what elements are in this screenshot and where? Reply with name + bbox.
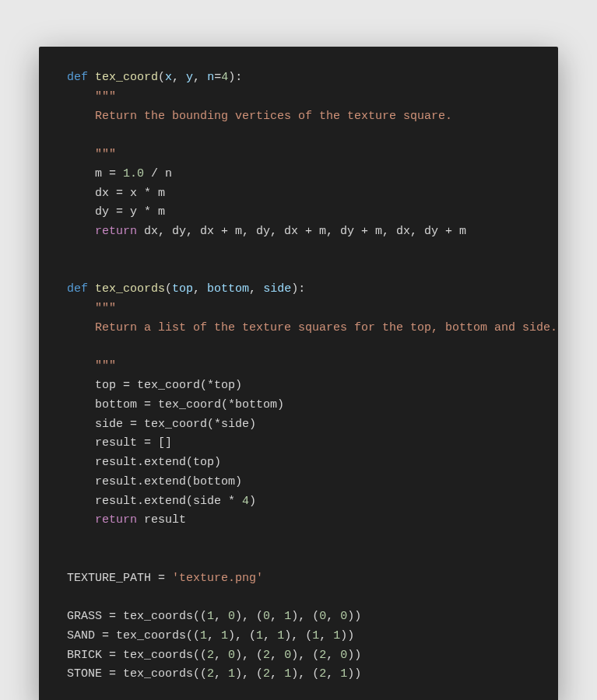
- punct: ), (: [235, 667, 263, 681]
- number: 1: [256, 629, 263, 642]
- punct: ,: [270, 610, 284, 623]
- number: 2: [263, 667, 270, 681]
- code-line: result.extend(bottom): [95, 475, 242, 488]
- number: 0: [340, 649, 347, 662]
- param-side: side: [263, 282, 291, 296]
- const-texture-path: TEXTURE_PATH =: [67, 572, 172, 585]
- punct: ,: [270, 667, 284, 681]
- number: 0: [319, 610, 326, 623]
- code-block: def tex_coord(x, y, n=4): """ Return the…: [39, 47, 558, 700]
- punct: ), (: [284, 629, 312, 642]
- number: 2: [207, 667, 214, 681]
- keyword-def: def: [67, 282, 88, 296]
- code-line: dx = x * m: [95, 187, 165, 200]
- code-line: dy = y * m: [95, 205, 165, 219]
- number: 1: [228, 667, 235, 681]
- punct: ,: [270, 649, 284, 662]
- punct: ,: [214, 610, 228, 623]
- number: 0: [340, 610, 347, 623]
- number: 0: [228, 649, 235, 662]
- code-line: result.extend(top): [95, 456, 221, 469]
- number: 4: [242, 495, 249, 508]
- docstring-quote: """: [95, 90, 116, 103]
- code-line: dx, dy, dx + m, dy, dx + m, dy + m, dx, …: [137, 225, 466, 238]
- code-line: / n: [144, 167, 172, 180]
- keyword-return: return: [95, 225, 137, 238]
- param-top: top: [172, 282, 193, 296]
- number: 2: [263, 649, 270, 662]
- number: 1: [277, 629, 284, 642]
- docstring-quote: """: [95, 148, 116, 161]
- punct: ,: [319, 629, 333, 642]
- number: 1: [284, 667, 291, 681]
- punct: )): [347, 649, 361, 662]
- punct: ), (: [235, 649, 263, 662]
- punct: ), (: [228, 629, 256, 642]
- number: 1: [333, 629, 340, 642]
- const-grass: GRASS = tex_coords((: [67, 610, 207, 623]
- punct: ), (: [291, 649, 319, 662]
- code-content: def tex_coord(x, y, n=4): """ Return the…: [67, 71, 557, 681]
- const-sand: SAND = tex_coords((: [67, 629, 200, 642]
- number: 1.0: [123, 167, 144, 180]
- number: 0: [263, 610, 270, 623]
- punct: ,: [207, 629, 221, 642]
- punct: ,: [214, 667, 228, 681]
- param-x: x: [165, 71, 172, 84]
- number: 0: [284, 649, 291, 662]
- number: 1: [284, 610, 291, 623]
- number: 1: [221, 629, 228, 642]
- code-line: m =: [95, 167, 123, 180]
- docstring-quote: """: [95, 359, 116, 373]
- code-line: result.extend(side *: [95, 495, 242, 508]
- punct: )): [347, 610, 361, 623]
- code-line: result = []: [95, 436, 172, 450]
- number: 0: [228, 610, 235, 623]
- number: 1: [200, 629, 207, 642]
- punct: ,: [326, 649, 340, 662]
- code-line: top = tex_coord(*top): [95, 379, 242, 392]
- string-literal: 'texture.png': [172, 572, 263, 585]
- code-line: ): [249, 495, 256, 508]
- punct: ), (: [291, 610, 319, 623]
- param-bottom: bottom: [207, 282, 249, 296]
- code-line: bottom = tex_coord(*bottom): [95, 398, 284, 411]
- func-name: tex_coord: [95, 71, 158, 84]
- number: 2: [319, 649, 326, 662]
- number: 2: [207, 649, 214, 662]
- code-line: result: [137, 513, 186, 527]
- docstring-quote: """: [95, 302, 116, 315]
- keyword-def: def: [67, 71, 88, 84]
- punct: )): [347, 667, 361, 681]
- keyword-return: return: [95, 513, 137, 527]
- number: 4: [221, 71, 228, 84]
- punct: )): [340, 629, 354, 642]
- param-n: n: [207, 71, 214, 84]
- code-line: side = tex_coord(*side): [95, 418, 256, 431]
- punct: ,: [214, 649, 228, 662]
- number: 2: [319, 667, 326, 681]
- const-stone: STONE = tex_coords((: [67, 667, 207, 681]
- docstring-text: Return a list of the texture squares for…: [95, 321, 557, 334]
- punct: ,: [326, 667, 340, 681]
- number: 1: [312, 629, 319, 642]
- punct: ), (: [291, 667, 319, 681]
- func-name: tex_coords: [95, 282, 165, 296]
- number: 1: [207, 610, 214, 623]
- punct: ,: [326, 610, 340, 623]
- punct: ,: [263, 629, 277, 642]
- param-y: y: [186, 71, 193, 84]
- number: 1: [340, 667, 347, 681]
- punct: ), (: [235, 610, 263, 623]
- const-brick: BRICK = tex_coords((: [67, 649, 207, 662]
- docstring-text: Return the bounding vertices of the text…: [95, 110, 452, 123]
